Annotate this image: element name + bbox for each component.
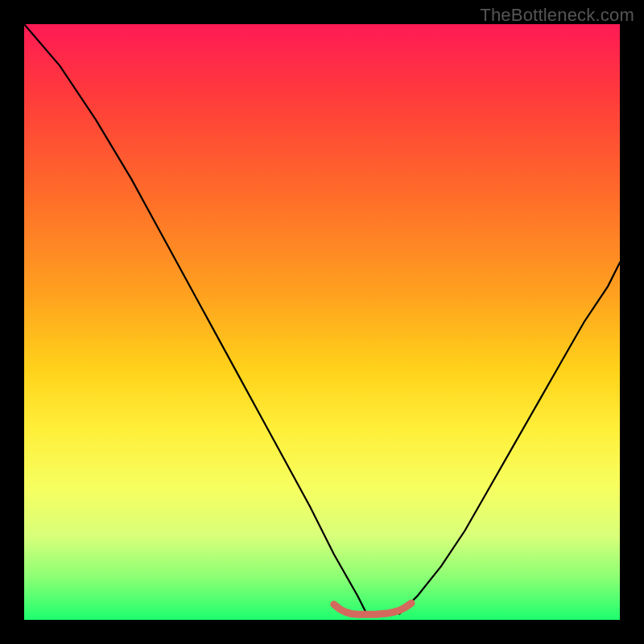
curve-right-arm	[399, 262, 620, 614]
curve-left-arm	[24, 24, 367, 614]
watermark-text: TheBottleneck.com	[480, 5, 634, 26]
chart-svg	[24, 24, 620, 620]
curve-bottom-mark	[334, 603, 411, 614]
chart-frame: TheBottleneck.com	[0, 0, 644, 644]
plot-area	[24, 24, 620, 620]
